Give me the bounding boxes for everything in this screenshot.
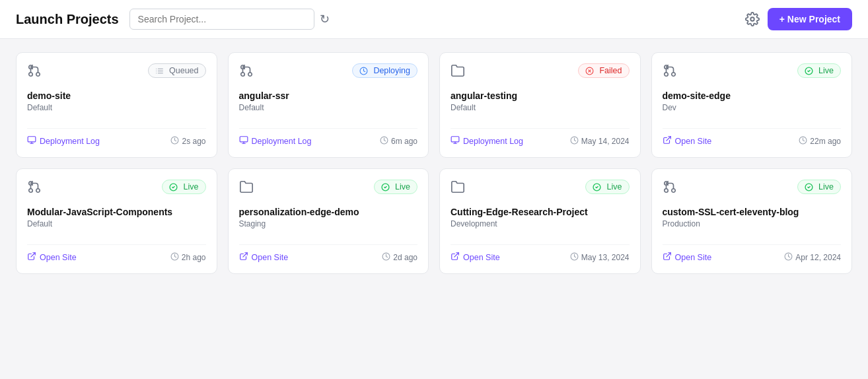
project-card: Queued demo-site Default Deployment Log … — [16, 52, 217, 158]
card-footer: Open Site 2d ago — [239, 244, 418, 263]
card-footer: Open Site 2h ago — [27, 244, 206, 263]
link-label: Open Site — [252, 253, 289, 262]
svg-rect-18 — [240, 137, 248, 142]
card-time: Apr 12, 2024 — [784, 252, 841, 263]
svg-rect-25 — [451, 137, 459, 142]
svg-point-49 — [664, 189, 668, 193]
card-action-link[interactable]: Deployment Log — [239, 135, 312, 147]
card-top: Live — [27, 180, 206, 196]
project-env: Default — [27, 103, 206, 112]
card-action-link[interactable]: Deployment Log — [451, 135, 523, 147]
link-label: Open Site — [463, 253, 500, 262]
card-top: Failed — [451, 63, 630, 80]
card-body: Cutting-Edge-Research-Project Developmen… — [451, 201, 630, 239]
git-icon — [27, 180, 42, 196]
gear-icon — [745, 12, 760, 26]
folder-icon — [451, 63, 465, 80]
card-time: 2h ago — [170, 252, 206, 263]
svg-line-42 — [242, 253, 246, 257]
project-name: angular-ssr — [239, 90, 418, 101]
card-footer: Deployment Log 2s ago — [27, 128, 206, 147]
card-body: demo-site-edge Dev — [663, 85, 842, 123]
card-footer: Deployment Log May 14, 2024 — [451, 128, 630, 147]
search-input[interactable] — [129, 9, 314, 30]
card-action-link[interactable]: Open Site — [239, 252, 289, 263]
time-label: 2h ago — [182, 253, 206, 262]
link-label: Deployment Log — [40, 137, 100, 146]
svg-point-47 — [671, 189, 675, 193]
project-name: Modular-JavaScript-Components — [27, 207, 206, 217]
card-footer: Open Site Apr 12, 2024 — [663, 244, 842, 263]
project-env: Default — [451, 103, 630, 112]
git-icon — [663, 180, 677, 196]
project-env: Default — [239, 103, 418, 112]
project-name: Cutting-Edge-Research-Project — [451, 207, 630, 217]
time-label: 2s ago — [182, 137, 205, 146]
clock-icon — [382, 252, 390, 263]
link-icon — [663, 252, 672, 263]
link-label: Open Site — [675, 253, 712, 262]
project-card: Deploying angular-ssr Default Deployment… — [228, 52, 429, 158]
card-action-link[interactable]: Open Site — [663, 135, 712, 147]
time-label: 22m ago — [810, 137, 841, 146]
card-body: Modular-JavaScript-Components Default — [27, 201, 206, 239]
svg-line-39 — [31, 253, 35, 257]
link-icon — [663, 135, 672, 147]
time-label: May 14, 2024 — [581, 137, 630, 146]
card-time: 2d ago — [382, 252, 417, 263]
card-body: demo-site Default — [27, 85, 206, 123]
project-card: Failed angular-testing Default Deploymen… — [439, 52, 641, 158]
project-card: Live custom-SSL-cert-eleventy-blog Produ… — [651, 168, 853, 274]
card-action-link[interactable]: Deployment Log — [27, 135, 100, 147]
svg-rect-10 — [28, 137, 36, 142]
card-body: angular-testing Default — [451, 85, 630, 123]
svg-point-0 — [750, 17, 754, 21]
status-badge: Queued — [148, 63, 206, 78]
card-time: May 13, 2024 — [570, 252, 630, 263]
project-env: Staging — [239, 219, 418, 228]
link-label: Open Site — [675, 137, 712, 146]
clock-icon — [170, 252, 179, 263]
card-top: Live — [451, 180, 630, 196]
card-top: Live — [239, 180, 418, 196]
project-name: demo-site — [27, 90, 206, 101]
clock-icon — [799, 136, 807, 147]
project-env: Development — [451, 219, 630, 228]
folder-icon — [239, 180, 254, 196]
time-label: 6m ago — [391, 137, 417, 146]
link-icon — [451, 135, 460, 147]
card-action-link[interactable]: Open Site — [663, 252, 712, 263]
time-label: May 13, 2024 — [581, 253, 630, 262]
clock-icon — [170, 136, 179, 147]
card-action-link[interactable]: Open Site — [451, 252, 500, 263]
main-content: Queued demo-site Default Deployment Log … — [0, 39, 868, 287]
svg-line-45 — [454, 253, 458, 257]
refresh-icon: ↻ — [320, 12, 330, 26]
cards-grid: Queued demo-site Default Deployment Log … — [16, 52, 852, 274]
status-badge: Live — [162, 180, 205, 194]
clock-icon — [570, 136, 579, 147]
status-badge: Failed — [578, 63, 630, 78]
svg-line-51 — [666, 253, 670, 257]
page-title: Launch Projects — [16, 12, 119, 27]
card-body: angular-ssr Default — [239, 85, 418, 123]
project-card: Live personalization-edge-demo Staging O… — [228, 168, 429, 274]
project-name: custom-SSL-cert-eleventy-blog — [663, 207, 842, 217]
git-icon — [663, 63, 677, 80]
clock-icon — [380, 136, 388, 147]
card-body: personalization-edge-demo Staging — [239, 201, 418, 239]
project-card: Live demo-site-edge Dev Open Site 22m ag… — [651, 52, 853, 158]
new-project-button[interactable]: + New Project — [768, 8, 852, 30]
project-env: Production — [663, 219, 842, 228]
link-icon — [239, 252, 248, 263]
header: Launch Projects ↻ + New Project — [0, 0, 868, 39]
project-card: Live Modular-JavaScript-Components Defau… — [16, 168, 217, 274]
search-wrapper: ↻ — [129, 9, 330, 30]
project-env: Default — [27, 219, 206, 228]
card-footer: Open Site May 13, 2024 — [451, 244, 630, 263]
link-icon — [27, 135, 36, 147]
refresh-button[interactable]: ↻ — [320, 12, 330, 26]
settings-button[interactable] — [745, 12, 760, 26]
card-time: 6m ago — [380, 136, 417, 147]
card-action-link[interactable]: Open Site — [27, 252, 77, 263]
